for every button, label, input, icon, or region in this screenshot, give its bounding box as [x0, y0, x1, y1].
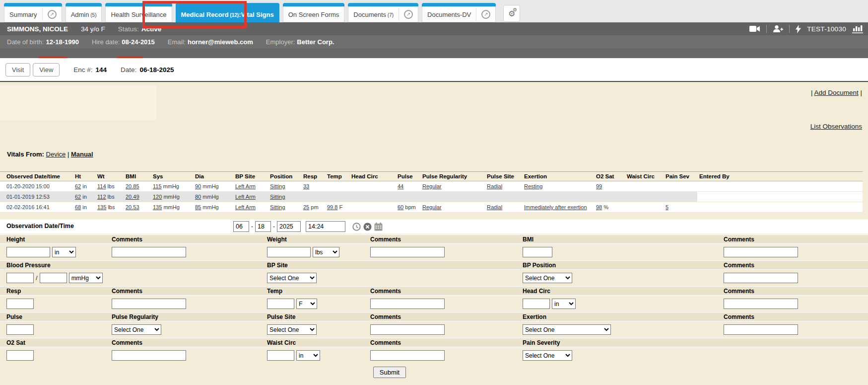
vital-value-link[interactable]: Sitting	[270, 204, 285, 210]
calendar-icon[interactable]	[374, 223, 383, 231]
unit-select[interactable]: mmHg	[69, 273, 103, 283]
select-one-dropdown[interactable]: Select One	[523, 324, 611, 335]
popout-icon[interactable]: ↗	[481, 10, 490, 19]
comment-input[interactable]	[370, 299, 445, 309]
popout-icon[interactable]: ↗	[404, 10, 413, 19]
vital-value-link[interactable]: 135	[97, 204, 106, 210]
vital-value-link[interactable]: Left Arm	[235, 204, 256, 210]
vital-value-link[interactable]: 135	[153, 204, 162, 210]
vital-value-link[interactable]: 85	[195, 204, 201, 210]
vital-value-link[interactable]: 62	[75, 194, 81, 200]
value-input[interactable]	[6, 350, 34, 361]
manual-link[interactable]: Manual	[71, 151, 93, 158]
vital-value-link[interactable]: 90	[195, 183, 201, 189]
visit-button[interactable]: Visit	[5, 63, 30, 77]
tab-documents-dv[interactable]: Documents-DV↗	[422, 3, 496, 22]
vital-value-link[interactable]: 25	[303, 204, 309, 210]
vital-value-link[interactable]: 20.85	[126, 183, 139, 189]
vital-value-link[interactable]: Left Arm	[235, 194, 256, 200]
comment-input[interactable]	[724, 299, 798, 309]
form-label-row: PulsePulse RegularityPulse SiteCommentsE…	[0, 312, 868, 321]
vital-value-link[interactable]: 68	[75, 204, 81, 210]
unit-select[interactable]: F	[296, 299, 317, 309]
unit-select[interactable]: in	[296, 350, 320, 361]
comment-input[interactable]	[724, 247, 798, 257]
tab-medical-record[interactable]: Medical Record (12):Vital Signs	[176, 3, 279, 22]
date-year-input[interactable]	[277, 221, 301, 232]
select-one-dropdown[interactable]: Select One	[112, 324, 161, 335]
value-input[interactable]	[6, 299, 34, 309]
comment-input[interactable]	[370, 324, 445, 335]
comment-input[interactable]	[724, 273, 798, 283]
comment-input[interactable]	[112, 350, 186, 361]
value-input[interactable]	[267, 299, 294, 309]
unit-select[interactable]: in	[52, 247, 76, 257]
vital-value-link[interactable]: 99	[596, 183, 602, 189]
date-day-input[interactable]	[255, 221, 271, 232]
tab-documents[interactable]: Documents (7)↗	[348, 3, 418, 22]
comment-input[interactable]	[112, 299, 186, 309]
vital-value-link[interactable]: 80	[195, 194, 201, 200]
vital-value-link[interactable]: 62	[75, 183, 81, 189]
chart-icon[interactable]	[852, 25, 863, 33]
submit-button[interactable]: Submit	[373, 367, 406, 378]
comment-input[interactable]	[724, 324, 798, 335]
vital-value-link[interactable]: 60	[398, 204, 403, 210]
tab-on-screen-forms[interactable]: On Screen Forms	[283, 3, 345, 22]
vital-value-link[interactable]: 115	[153, 183, 162, 189]
list-observations-link[interactable]: List Observations	[810, 123, 862, 130]
vital-value-link[interactable]: Sitting	[270, 194, 285, 200]
vital-value-link[interactable]: 98	[596, 204, 602, 210]
vital-value-link[interactable]: 44	[398, 183, 403, 189]
add-document-link[interactable]: Add Document	[814, 89, 858, 96]
tab-summary[interactable]: Summary↗	[4, 3, 62, 22]
comment-input[interactable]	[370, 247, 445, 257]
vital-value-link[interactable]: Regular	[422, 183, 442, 189]
video-camera-icon[interactable]	[749, 25, 760, 32]
value-input[interactable]	[267, 350, 294, 361]
tab-health-surveillance[interactable]: Health Surveillance	[105, 3, 172, 22]
value-input[interactable]	[6, 247, 50, 257]
vital-value-link[interactable]: Radial	[487, 204, 502, 210]
vital-value-link[interactable]: 20.49	[126, 194, 139, 200]
vital-value-link[interactable]: Left Arm	[235, 183, 256, 189]
settings-gear-button[interactable]: ⚙⚙	[503, 5, 520, 22]
vital-value-link[interactable]: 5	[666, 204, 668, 210]
vital-value-link[interactable]: 114	[97, 183, 106, 189]
vital-value-link[interactable]: Resting	[524, 183, 542, 189]
vital-value-link[interactable]: Radial	[487, 183, 502, 189]
vital-value-link[interactable]: 33	[303, 183, 309, 189]
vital-value-link[interactable]: 20.53	[126, 204, 139, 210]
select-one-dropdown[interactable]: Select One	[523, 350, 572, 361]
comment-input[interactable]	[370, 350, 445, 361]
vital-value-link[interactable]: Immediately after exertion	[524, 204, 587, 210]
lightning-bolt-icon[interactable]	[796, 25, 801, 33]
select-one-dropdown[interactable]: Select One	[267, 324, 317, 335]
select-one-dropdown[interactable]: Select One	[523, 273, 572, 283]
value-input[interactable]	[523, 247, 552, 257]
clear-icon[interactable]	[363, 223, 372, 231]
unit-select[interactable]: lbs	[313, 247, 339, 257]
table-cell: 44	[396, 181, 420, 192]
vital-value-link[interactable]: 120	[153, 194, 162, 200]
value-input[interactable]	[6, 273, 34, 283]
date-month-input[interactable]	[233, 221, 249, 232]
vital-value-link[interactable]: Regular	[422, 204, 442, 210]
select-one-dropdown[interactable]: Select One	[267, 273, 317, 283]
comment-input[interactable]	[112, 247, 186, 257]
value-input[interactable]	[40, 273, 67, 283]
clock-icon[interactable]	[352, 223, 361, 231]
value-input[interactable]	[267, 247, 311, 257]
add-person-icon[interactable]	[773, 25, 783, 33]
tab-admin[interactable]: Admin (5)	[66, 3, 102, 22]
vital-value-link[interactable]: 112	[97, 194, 106, 200]
device-link[interactable]: Device	[46, 151, 66, 158]
time-input[interactable]	[306, 221, 345, 232]
view-button[interactable]: View	[33, 63, 60, 77]
popout-icon[interactable]: ↗	[48, 10, 57, 19]
vital-value-link[interactable]: Sitting	[270, 183, 285, 189]
unit-select[interactable]: in	[552, 299, 576, 309]
vital-value-link[interactable]: 99.8	[327, 204, 337, 210]
value-input[interactable]	[6, 324, 34, 335]
value-input[interactable]	[523, 299, 550, 309]
